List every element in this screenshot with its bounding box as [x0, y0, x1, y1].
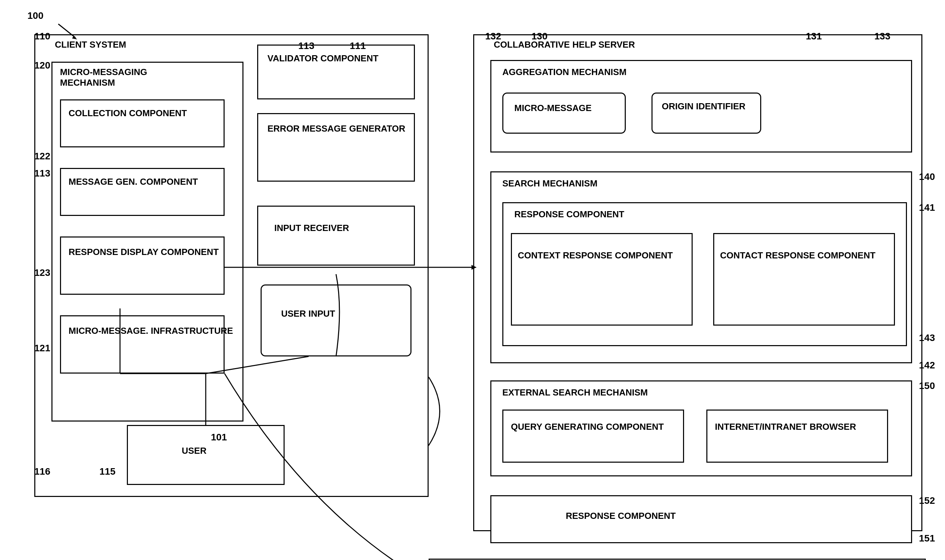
ref-123: 123 [34, 267, 51, 278]
response-display-component-label: RESPONSE DISPLAY COMPONENT [69, 247, 219, 257]
aggregation-mechanism-label: AGGREGATION MECHANISM [503, 67, 626, 77]
query-generating-component-box [503, 409, 684, 463]
input-receiver-box [257, 206, 415, 266]
ref-111: 111 [350, 40, 366, 51]
ref-150: 150 [919, 380, 935, 391]
ref-100: 100 [28, 10, 43, 21]
ref-132: 132 [485, 31, 501, 42]
diagram: 100 CLIENT SYSTEM 110 MICRO-MESSAGING ME… [0, 0, 945, 560]
error-message-generator-label: ERROR MESSAGE GENERATOR [267, 123, 405, 134]
internet-intranet-browser-label: INTERNET/INTRANET BROWSER [715, 422, 856, 432]
context-response-component-label: CONTEXT RESPONSE COMPONENT [518, 250, 673, 261]
ref-113-b: 113 [298, 40, 314, 51]
origin-identifier-box [652, 92, 761, 134]
micro-messaging-infrastructure-server-box [429, 558, 926, 560]
collection-component-label: COLLECTION COMPONENT [69, 108, 187, 118]
client-system-label: CLIENT SYSTEM [55, 39, 126, 50]
internet-intranet-browser-box [706, 409, 888, 463]
ref-133: 133 [874, 31, 891, 42]
search-mechanism-label: SEARCH MECHANISM [503, 178, 597, 189]
response-component-external-label: RESPONSE COMPONENT [566, 511, 676, 521]
ref-120: 120 [34, 60, 51, 71]
micro-messaging-mechanism-label: MICRO-MESSAGING MECHANISM [60, 67, 163, 88]
ref-116: 116 [34, 466, 51, 477]
collection-component-box [60, 99, 225, 148]
origin-identifier-label: ORIGIN IDENTIFIER [662, 101, 745, 112]
ref-113-client: 113 [34, 168, 51, 179]
input-receiver-label: INPUT RECEIVER [274, 223, 349, 233]
response-display-component-box [60, 237, 225, 295]
ref-140: 140 [919, 171, 935, 182]
ref-110: 110 [34, 31, 51, 42]
ref-152: 152 [919, 495, 935, 506]
ref-143: 143 [919, 332, 935, 343]
context-response-component-box [511, 233, 693, 326]
ref-122: 122 [34, 151, 51, 162]
ref-131: 131 [806, 31, 822, 42]
contact-response-component-box [713, 233, 895, 326]
message-gen-component-label: MESSAGE GEN. COMPONENT [69, 177, 198, 187]
validator-component-label: VALIDATOR COMPONENT [267, 53, 379, 64]
ref-121: 121 [34, 343, 51, 354]
collab-help-server-label: COLLABORATIVE HELP SERVER [494, 39, 635, 50]
response-component-external-box [490, 495, 912, 543]
ref-130: 130 [532, 31, 547, 42]
ref-141: 141 [919, 202, 935, 213]
micro-message-infrastructure-client-label: MICRO-MESSAGE. INFRASTRUCTURE [69, 326, 233, 336]
ref-115: 115 [99, 466, 116, 477]
micro-message-label: MICRO-MESSAGE [514, 103, 592, 114]
external-search-mechanism-label: EXTERNAL SEARCH MECHANISM [503, 387, 648, 398]
user-input-label: USER INPUT [281, 308, 335, 319]
user-label: USER [182, 446, 207, 456]
ref-101: 101 [211, 432, 227, 443]
message-gen-component-box [60, 168, 225, 216]
ref-151: 151 [919, 533, 935, 544]
user-input-box [261, 285, 412, 357]
response-component-search-label: RESPONSE COMPONENT [514, 209, 624, 220]
micro-message-infrastructure-client-box [60, 315, 225, 374]
validator-component-box [257, 45, 415, 99]
query-generating-component-label: QUERY GENERATING COMPONENT [511, 422, 664, 432]
contact-response-component-label: CONTACT RESPONSE COMPONENT [720, 250, 876, 261]
ref-142: 142 [919, 360, 935, 371]
